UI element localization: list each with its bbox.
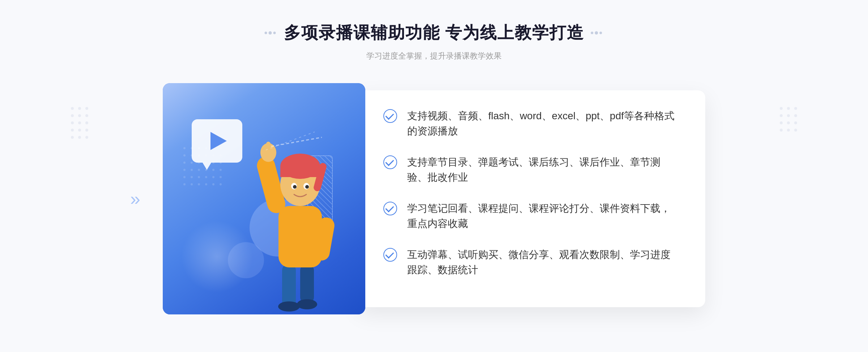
check-icon-1 <box>383 109 397 123</box>
feature-item-2: 支持章节目录、弹题考试、课后练习、课后作业、章节测验、批改作业 <box>383 155 680 185</box>
svg-point-5 <box>85 114 88 117</box>
svg-point-55 <box>212 169 214 171</box>
svg-point-11 <box>85 129 88 132</box>
features-list: 支持视频、音频、flash、word、excel、ppt、pdf等各种格式的资源… <box>383 108 680 278</box>
svg-point-16 <box>787 107 790 110</box>
svg-point-30 <box>591 32 593 34</box>
svg-point-53 <box>198 169 200 171</box>
svg-point-18 <box>780 114 783 117</box>
svg-rect-73 <box>278 206 322 267</box>
check-icon-4 <box>383 248 397 262</box>
svg-point-14 <box>85 136 88 139</box>
check-icon-3 <box>383 202 397 215</box>
svg-point-8 <box>85 121 88 124</box>
feature-item-4: 互动弹幕、试听购买、微信分享、观看次数限制、学习进度跟踪、数据统计 <box>383 247 680 278</box>
svg-point-68 <box>220 183 222 185</box>
svg-point-1 <box>78 107 81 110</box>
svg-rect-80 <box>280 166 320 177</box>
svg-point-10 <box>78 129 81 132</box>
svg-rect-70 <box>300 264 314 304</box>
svg-point-63 <box>183 183 186 185</box>
chevron-icon: » <box>130 189 140 209</box>
svg-point-15 <box>780 107 783 110</box>
feature-text-1: 支持视频、音频、flash、word、excel、ppt、pdf等各种格式的资源… <box>407 108 680 139</box>
page-subtitle: 学习进度全掌握，提升录播课教学效果 <box>264 51 605 61</box>
svg-line-86 <box>271 137 322 146</box>
svg-point-2 <box>85 107 88 110</box>
left-arrow: » <box>130 188 140 209</box>
svg-point-32 <box>600 32 602 34</box>
illustration-inner <box>163 83 365 314</box>
svg-point-52 <box>191 169 193 171</box>
svg-point-71 <box>278 301 300 312</box>
left-deco-icon <box>264 29 278 37</box>
svg-point-27 <box>264 32 267 34</box>
svg-point-56 <box>220 169 222 171</box>
feature-text-2: 支持章节目录、弹题考试、课后练习、课后作业、章节测验、批改作业 <box>407 155 680 185</box>
svg-point-22 <box>787 121 790 124</box>
svg-point-45 <box>183 162 186 164</box>
svg-point-62 <box>220 176 222 178</box>
header-section: 多项录播课辅助功能 专为线上教学打造 学习进度全掌握，提升录播课教学效果 <box>264 0 605 61</box>
svg-point-51 <box>183 169 186 171</box>
svg-point-60 <box>205 176 207 178</box>
svg-point-84 <box>293 185 297 189</box>
svg-point-13 <box>78 136 81 139</box>
svg-point-20 <box>794 114 797 117</box>
svg-point-24 <box>780 129 783 132</box>
person-illustration <box>246 126 354 314</box>
svg-point-67 <box>212 183 214 185</box>
svg-point-17 <box>794 107 797 110</box>
svg-point-21 <box>780 121 783 124</box>
svg-point-65 <box>198 183 200 185</box>
svg-point-31 <box>595 31 598 35</box>
svg-point-7 <box>78 121 81 124</box>
svg-point-28 <box>268 31 272 35</box>
svg-point-61 <box>212 176 214 178</box>
svg-point-29 <box>273 32 276 34</box>
play-bubble <box>192 119 242 163</box>
feature-item-1: 支持视频、音频、flash、word、excel、ppt、pdf等各种格式的资源… <box>383 108 680 139</box>
page-wrapper: 多项录播课辅助功能 专为线上教学打造 学习进度全掌握，提升录播课教学效果 » <box>0 0 868 352</box>
feature-text-3: 学习笔记回看、课程提问、课程评论打分、课件资料下载，重点内容收藏 <box>407 201 680 231</box>
svg-point-59 <box>198 176 200 178</box>
svg-point-72 <box>297 299 317 309</box>
svg-point-46 <box>191 162 193 164</box>
svg-point-85 <box>305 185 309 189</box>
svg-point-25 <box>787 129 790 132</box>
svg-point-23 <box>794 121 797 124</box>
illustration-card <box>163 83 365 314</box>
glow-effect <box>181 220 253 293</box>
svg-point-12 <box>71 136 74 139</box>
svg-point-4 <box>78 114 81 117</box>
svg-rect-77 <box>266 142 271 154</box>
svg-rect-69 <box>282 264 296 307</box>
svg-point-66 <box>205 183 207 185</box>
svg-point-3 <box>71 114 74 117</box>
check-icon-2 <box>383 155 397 169</box>
svg-point-39 <box>183 154 186 156</box>
feature-item-3: 学习笔记回看、课程提问、课程评论打分、课件资料下载，重点内容收藏 <box>383 201 680 231</box>
svg-point-57 <box>183 176 186 178</box>
svg-point-9 <box>71 129 74 132</box>
svg-point-33 <box>183 147 186 149</box>
svg-point-58 <box>191 176 193 178</box>
svg-point-64 <box>191 183 193 185</box>
title-row: 多项录播课辅助功能 专为线上教学打造 <box>264 22 605 44</box>
features-card: 支持视频、音频、flash、word、excel、ppt、pdf等各种格式的资源… <box>358 90 705 307</box>
right-deco-icon <box>590 29 604 37</box>
page-title: 多项录播课辅助功能 专为线上教学打造 <box>284 22 584 44</box>
feature-text-4: 互动弹幕、试听购买、微信分享、观看次数限制、学习进度跟踪、数据统计 <box>407 247 680 278</box>
content-area: » <box>109 83 760 314</box>
svg-point-0 <box>71 107 74 110</box>
svg-point-26 <box>794 129 797 132</box>
svg-point-6 <box>71 121 74 124</box>
play-icon <box>210 132 227 150</box>
svg-point-19 <box>787 114 790 117</box>
